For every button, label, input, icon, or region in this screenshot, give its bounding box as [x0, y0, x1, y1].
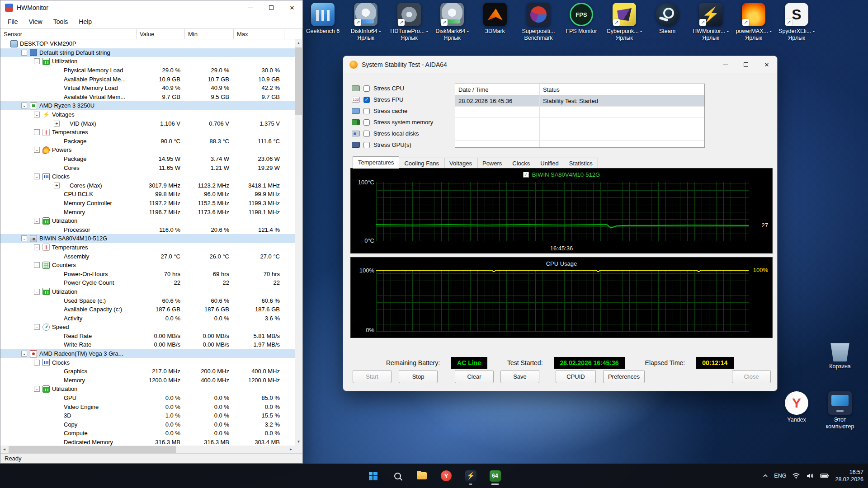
maximize-button[interactable]	[736, 56, 756, 73]
vertical-scroll-thumb[interactable]	[295, 47, 302, 115]
scroll-left-arrow[interactable]: ◄	[0, 446, 8, 453]
checkbox-stress-cache[interactable]	[363, 108, 370, 114]
tree-expander[interactable]: -	[34, 262, 40, 268]
tab-temperatures[interactable]: Temperatures	[353, 156, 399, 169]
sensor-row-gpu[interactable]: GPU0.0 %0.0 %85.0 %	[0, 394, 295, 403]
taskbar-explorer-button[interactable]	[412, 466, 432, 486]
close-button[interactable]: ✕	[756, 56, 777, 73]
minimize-button[interactable]	[715, 56, 736, 73]
desktop-icon-diskinfo[interactable]: ↗DiskInfo64 -Ярлык	[345, 3, 387, 42]
device-row-temperatures[interactable]: -Temperatures	[0, 128, 295, 137]
stress-option-stress-cpu[interactable]: Stress CPU	[352, 83, 433, 94]
scroll-up-arrow[interactable]: ▲	[295, 39, 302, 47]
device-row-amd-ryzen-3-3250u[interactable]: -AMD Ryzen 3 3250U	[0, 101, 295, 110]
device-row-temperatures[interactable]: -Temperatures	[0, 243, 295, 252]
wifi-icon[interactable]	[792, 473, 800, 479]
device-row-clocks[interactable]: -Clocks	[0, 172, 295, 181]
sensor-row-package[interactable]: Package90.0 °C88.3 °C111.6 °C	[0, 137, 295, 146]
tree-expander[interactable]: +	[54, 183, 60, 188]
device-row-default-string-default-string[interactable]: -Default string Default string	[0, 48, 295, 57]
tree-expander[interactable]: +	[54, 121, 60, 127]
language-indicator[interactable]: ENG	[774, 473, 786, 479]
sensor-row-copy[interactable]: Copy0.0 %0.0 %3.2 %	[0, 420, 295, 429]
device-row-desktop-vkm290p[interactable]: DESKTOP-VKM290P	[0, 39, 295, 48]
stress-option-stress-local-disks[interactable]: Stress local disks	[352, 128, 433, 139]
device-row-amd-radeon-tm-vega-3-gra[interactable]: -AMD Radeon(TM) Vega 3 Gra...	[0, 349, 295, 358]
tray-chevron-icon[interactable]	[763, 474, 768, 478]
tree-expander[interactable]: -	[21, 103, 27, 108]
taskbar-aida64-button[interactable]: 64	[485, 466, 505, 486]
hwmonitor-titlebar[interactable]: HWMonitor ✕	[0, 0, 302, 15]
sensor-row-cpu-bclk[interactable]: CPU BCLK99.8 MHz96.0 MHz99.9 MHz	[0, 190, 295, 199]
tree-expander[interactable]: -	[34, 58, 40, 64]
vertical-scrollbar[interactable]: ▲ ▼	[295, 39, 302, 446]
tab-statistics[interactable]: Statistics	[564, 158, 598, 169]
desktop-icon-geekbench[interactable]: Geekbench 6	[302, 3, 344, 35]
tree-expander[interactable]: -	[34, 244, 40, 250]
volume-icon[interactable]	[806, 473, 814, 479]
desktop-icon-steam[interactable]: Steam	[646, 3, 688, 35]
minimize-button[interactable]	[240, 0, 261, 15]
device-row-utilization[interactable]: -Utilization	[0, 216, 295, 225]
sensor-row-cores-max[interactable]: +Cores (Max)3017.9 MHz1123.2 MHz3418.1 M…	[0, 181, 295, 190]
tree-expander[interactable]: -	[34, 174, 40, 179]
sensor-row-power-on-hours[interactable]: Power-On-Hours70 hrs69 hrs70 hrs	[0, 269, 295, 278]
desktop-icon-recycle[interactable]: Корзина	[819, 338, 861, 370]
sensor-row-vid-max[interactable]: +VID (Max)1.106 V0.706 V1.375 V	[0, 119, 295, 128]
taskbar-yandex-button[interactable]: Y	[436, 466, 456, 486]
sensor-row-compute[interactable]: Compute0.0 %0.0 %0.0 %	[0, 429, 295, 438]
tree-expander[interactable]: -	[21, 235, 27, 241]
sensor-row-physical-memory-load[interactable]: Physical Memory Load29.0 %29.0 %30.0 %	[0, 66, 295, 75]
sensor-row-used-space-c[interactable]: Used Space (c:)60.6 %60.6 %60.6 %	[0, 296, 295, 305]
tree-expander[interactable]: -	[34, 386, 40, 392]
sensor-row-read-rate[interactable]: Read Rate0.00 MB/s0.00 MB/s5.81 MB/s	[0, 332, 295, 341]
checkbox-stress-gpu-s[interactable]	[363, 142, 370, 148]
checkbox-stress-local-disks[interactable]	[363, 131, 370, 137]
tree-expander[interactable]: -	[21, 351, 27, 357]
stress-option-stress-cache[interactable]: Stress cache	[352, 105, 433, 117]
tree-expander[interactable]: -	[34, 129, 40, 135]
legend-checkbox[interactable]	[523, 172, 529, 178]
sensor-row-memory[interactable]: Memory1196.7 MHz1173.6 MHz1198.1 MHz	[0, 207, 295, 216]
horizontal-scrollbar[interactable]: ◄ ►	[0, 446, 302, 453]
menu-file[interactable]: File	[2, 16, 24, 27]
scroll-down-arrow[interactable]: ▼	[295, 438, 302, 446]
checkbox-stress-system-memory[interactable]	[363, 119, 370, 126]
tree-expander[interactable]: -	[34, 112, 40, 117]
sensor-row-package[interactable]: Package14.95 W3.74 W23.06 W	[0, 155, 295, 164]
tab-powers[interactable]: Powers	[477, 158, 507, 169]
log-row[interactable]: 28.02.2026 16:45:36Stability Test: Start…	[455, 95, 704, 107]
desktop-icon-superposition[interactable]: Superpositi...Benchmark	[518, 3, 559, 42]
tree-expander[interactable]: -	[34, 324, 40, 330]
aida64-titlebar[interactable]: System Stability Test - AIDA64 ✕	[343, 56, 777, 73]
sensor-row-virtual-memory-load[interactable]: Virtual Memory Load40.9 %40.9 %42.2 %	[0, 84, 295, 93]
sensor-row-write-rate[interactable]: Write Rate0.00 MB/s0.00 MB/s1.97 MB/s	[0, 340, 295, 349]
battery-icon[interactable]	[820, 473, 829, 479]
menu-view[interactable]: View	[24, 16, 48, 27]
tree-expander[interactable]: -	[34, 218, 40, 224]
desktop-icon-thispc[interactable]: Этоткомпьютер	[819, 391, 861, 430]
device-row-speed[interactable]: -Speed	[0, 323, 295, 332]
column-header-min[interactable]: Min	[185, 29, 234, 39]
save-button[interactable]: Save	[500, 370, 539, 383]
sensor-row-activity[interactable]: Activity0.0 %0.0 %3.6 %	[0, 314, 295, 323]
sensor-row-available-virtual-mem[interactable]: Available Virtual Mem...9.7 GB9.5 GB9.7 …	[0, 93, 295, 102]
tree-expander[interactable]: -	[34, 147, 40, 153]
stop-button[interactable]: Stop	[399, 370, 438, 383]
tab-clocks[interactable]: Clocks	[507, 158, 535, 169]
desktop-icon-cyberpunk[interactable]: ↗Cyberpunk... -Ярлык	[604, 3, 645, 42]
sensor-row-memory[interactable]: Memory1200.0 MHz400.0 MHz1200.0 MHz	[0, 376, 295, 385]
checkbox-stress-cpu[interactable]	[363, 85, 370, 92]
tab-voltages[interactable]: Voltages	[444, 158, 477, 169]
device-row-powers[interactable]: -Powers	[0, 145, 295, 155]
sensor-row-processor[interactable]: Processor116.0 %20.6 %121.4 %	[0, 225, 295, 234]
device-row-voltages[interactable]: -Voltages	[0, 110, 295, 119]
tree-expander[interactable]: -	[34, 289, 40, 295]
column-header-value[interactable]: Value	[137, 29, 185, 39]
desktop-icon-mark3d[interactable]: 3DMark	[474, 3, 516, 35]
device-row-counters[interactable]: -Counters	[0, 261, 295, 270]
desktop-icon-diskmark[interactable]: ↗DiskMark64 -Ярлык	[431, 3, 473, 42]
taskbar-hwmonitor-button[interactable]: ⚡	[461, 466, 481, 486]
stress-option-stress-system-memory[interactable]: Stress system memory	[352, 117, 433, 128]
close-button[interactable]: ✕	[282, 0, 302, 15]
